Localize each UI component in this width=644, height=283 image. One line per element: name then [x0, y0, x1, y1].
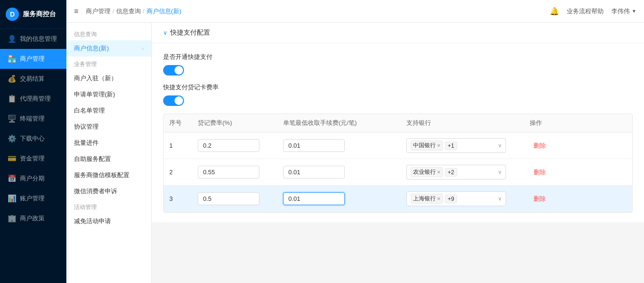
sidebar-item-policy[interactable]: 🏢商户政策	[0, 208, 66, 228]
submenu-section-信息查询: 信息查询	[66, 27, 151, 40]
row-3-index: 3	[164, 195, 192, 202]
row-1-delete-button[interactable]: 删除	[530, 142, 550, 149]
topbar: ≡ 商户管理 / 信息查询 / 商户信息(新) 🔔 业务流程帮助 李伟伟 ▼	[66, 0, 644, 23]
breadcrumb-item-1[interactable]: 商户管理	[86, 7, 110, 16]
row-2-bank-selector[interactable]: 农业银行 ✕+2∨	[406, 165, 506, 179]
table-row: 2农业银行 ✕+2∨删除	[164, 159, 632, 186]
submenu-item-batch[interactable]: 批量进件	[66, 135, 151, 151]
bank-tag-close-icon[interactable]: ✕	[437, 143, 441, 148]
row-2-rate-input[interactable]	[198, 166, 259, 179]
row-3-rate-cell	[192, 192, 277, 205]
row-1-rate-input[interactable]	[198, 139, 259, 152]
my-info-label: 我的信息管理	[20, 35, 57, 43]
breadcrumb: 商户管理 / 信息查询 / 商户信息(新)	[86, 7, 181, 16]
download-label: 下载中心	[20, 134, 45, 143]
submenu-item-protocol[interactable]: 协议管理	[66, 119, 151, 135]
collapse-icon[interactable]: ∨	[163, 29, 167, 36]
bank-tag-close-icon[interactable]: ✕	[437, 170, 441, 175]
bank-dropdown-icon[interactable]: ∨	[498, 196, 502, 202]
installment-icon: 📅	[8, 174, 15, 183]
terminal-label: 终端管理	[20, 114, 45, 123]
sidebar-item-transaction[interactable]: 💰交易结算	[0, 69, 66, 89]
bank-tag-农业银行: 农业银行 ✕	[411, 167, 443, 177]
table-header-操作: 操作	[524, 119, 571, 127]
row-3-fee-cell	[277, 192, 401, 205]
submenu: 信息查询商户信息(新)›业务管理商户入驻（新）申请单管理(新)白名单管理协议管理…	[66, 23, 152, 283]
agent-icon: 📋	[8, 94, 15, 103]
help-link[interactable]: 业务流程帮助	[567, 7, 604, 16]
row-3-bank-selector[interactable]: 上海银行 ✕+9∨	[406, 191, 506, 206]
row-2-fee-cell	[277, 166, 401, 179]
row-2-rate-cell	[192, 166, 277, 179]
policy-label: 商户政策	[20, 214, 45, 223]
quick-pay-toggle[interactable]	[163, 65, 184, 75]
bell-icon[interactable]: 🔔	[550, 7, 559, 16]
user-menu[interactable]: 李伟伟 ▼	[611, 7, 636, 16]
terminal-icon: 🖥️	[8, 114, 15, 123]
submenu-section-活动管理: 活动管理	[66, 199, 151, 213]
row-2-fee-input[interactable]	[283, 166, 345, 179]
transaction-label: 交易结算	[20, 75, 45, 83]
sidebar-item-account[interactable]: 📊账户管理	[0, 189, 66, 208]
submenu-item-whitelist[interactable]: 白名单管理	[66, 103, 151, 119]
row-3-action-cell: 删除	[524, 195, 571, 203]
breadcrumb-sep-1: /	[112, 8, 114, 15]
submenu-label-batch: 批量进件	[74, 139, 99, 147]
bank-tag-上海银行: 上海银行 ✕	[411, 194, 443, 204]
sidebar-item-agent[interactable]: 📋代理商管理	[0, 89, 66, 109]
bank-dropdown-icon[interactable]: ∨	[498, 142, 502, 149]
row-1-bank-extra: +1	[445, 142, 457, 150]
submenu-item-merchant-info-new[interactable]: 商户信息(新)›	[66, 40, 151, 57]
row-1-bank-cell: 中国银行 ✕+1∨	[401, 138, 524, 153]
submenu-label-whitelist: 白名单管理	[74, 106, 105, 115]
row-1-index: 1	[164, 142, 192, 149]
submenu-label-protocol: 协议管理	[74, 123, 99, 131]
sidebar-item-download[interactable]: ⚙️下载中心	[0, 129, 66, 149]
sidebar-item-installment[interactable]: 📅商户分期	[0, 169, 66, 189]
app-logo-icon: D	[6, 8, 19, 21]
topbar-right: 🔔 业务流程帮助 李伟伟 ▼	[550, 7, 636, 16]
submenu-label-wechat-complaint: 微信消费者申诉	[74, 187, 117, 196]
agent-label: 代理商管理	[20, 94, 51, 103]
section-body: 是否开通快捷支付 快捷支付贷记卡费率 序号贷记费率(%)单笔最低收取手续费(元/…	[152, 43, 644, 222]
row-2-action-cell: 删除	[524, 168, 571, 177]
submenu-item-discount-apply[interactable]: 减免活动申请	[66, 213, 151, 229]
section-header: ∨ 快捷支付配置	[152, 23, 644, 43]
transaction-icon: 💰	[8, 75, 15, 83]
sidebar-item-my-info[interactable]: 👤我的信息管理	[0, 29, 66, 49]
fee-table-header: 序号贷记费率(%)单笔最低收取手续费(元/笔)支持银行操作	[164, 114, 632, 132]
row-1-fee-input[interactable]	[283, 139, 345, 152]
breadcrumb-item-2[interactable]: 信息查询	[116, 7, 141, 16]
account-icon: 📊	[8, 194, 15, 203]
row-1-bank-selector[interactable]: 中国银行 ✕+1∨	[406, 138, 506, 153]
submenu-item-self-service[interactable]: 自助服务配置	[66, 151, 151, 167]
funds-icon: 💳	[8, 154, 15, 163]
sidebar-item-terminal[interactable]: 🖥️终端管理	[0, 109, 66, 129]
funds-label: 资金管理	[20, 154, 45, 163]
sidebar-item-funds[interactable]: 💳资金管理	[0, 149, 66, 169]
row-1-action-cell: 删除	[524, 142, 571, 150]
row-2-delete-button[interactable]: 删除	[530, 169, 550, 176]
row-3-rate-input[interactable]	[198, 192, 259, 205]
submenu-item-wechat-template[interactable]: 服务商微信模板配置	[66, 167, 151, 183]
submenu-item-merchant-join[interactable]: 商户入驻（新）	[66, 70, 151, 86]
submenu-item-wechat-complaint[interactable]: 微信消费者申诉	[66, 183, 151, 199]
table-header-贷记费率(%): 贷记费率(%)	[192, 119, 277, 127]
submenu-label-merchant-join: 商户入驻（新）	[74, 74, 117, 83]
row-3-fee-input[interactable]	[283, 192, 345, 205]
row-2-index: 2	[164, 169, 192, 176]
sidebar-item-merchant[interactable]: 🏪商户管理	[0, 49, 66, 69]
policy-icon: 🏢	[8, 214, 15, 223]
fee-table-body: 1中国银行 ✕+1∨删除2农业银行 ✕+2∨删除3上海银行 ✕+9∨删除	[164, 132, 632, 212]
submenu-item-apply-manage[interactable]: 申请单管理(新)	[66, 86, 151, 103]
merchant-icon: 🏪	[8, 55, 15, 63]
menu-toggle-icon[interactable]: ≡	[74, 7, 78, 16]
bank-dropdown-icon[interactable]: ∨	[498, 169, 502, 175]
row-3-delete-button[interactable]: 删除	[530, 195, 550, 202]
row-3-bank-extra: +9	[445, 195, 457, 203]
app-title: 服务商控台	[23, 10, 56, 19]
download-icon: ⚙️	[8, 134, 15, 143]
debit-card-toggle[interactable]	[163, 95, 184, 106]
bank-tag-close-icon[interactable]: ✕	[437, 196, 441, 201]
table-header-单笔最低收取手续费(元/笔): 单笔最低收取手续费(元/笔)	[277, 119, 401, 127]
